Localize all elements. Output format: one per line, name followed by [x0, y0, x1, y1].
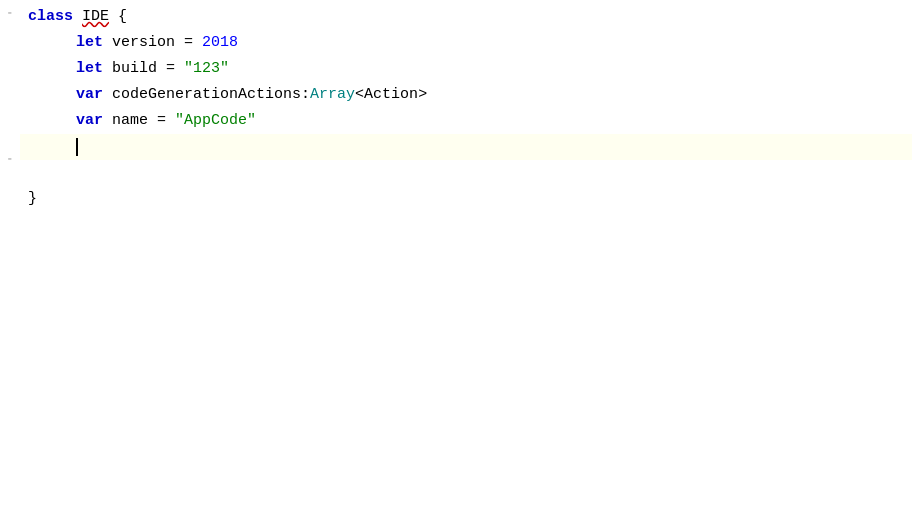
keyword-let-version: let	[76, 30, 103, 56]
name-key: name	[112, 108, 148, 134]
text-cursor	[76, 138, 78, 156]
version-key: version	[112, 30, 175, 56]
open-brace: {	[118, 4, 127, 30]
name-val: "AppCode"	[175, 108, 256, 134]
line-let-build: let build = "123"	[20, 56, 912, 82]
code-gen-type2: Action	[364, 82, 418, 108]
code-gen-key: codeGenerationActions	[112, 82, 301, 108]
line-let-version: let version = 2018	[20, 30, 912, 56]
keyword-var-code: var	[76, 82, 103, 108]
build-key: build	[112, 56, 157, 82]
line-var-code: var codeGenerationActions : Array < Acti…	[20, 82, 912, 108]
line-close-brace: }	[20, 186, 912, 212]
line-empty	[20, 160, 912, 186]
keyword-class: class	[28, 4, 73, 30]
line-var-name: var name = "AppCode"	[20, 108, 912, 134]
build-val: "123"	[184, 56, 229, 82]
line-cursor[interactable]	[20, 134, 912, 160]
version-val: 2018	[202, 30, 238, 56]
keyword-let-build: let	[76, 56, 103, 82]
line-class-def: class IDE {	[20, 4, 912, 30]
code-area: class IDE { let version = 2018 let build…	[20, 0, 912, 524]
code-gen-type: Array	[310, 82, 355, 108]
fold-marker-bottom[interactable]: ⁃	[3, 152, 17, 166]
keyword-var-name: var	[76, 108, 103, 134]
gutter: ⁃ ⁃	[0, 0, 20, 524]
class-name-ide: IDE	[82, 4, 109, 30]
fold-marker-top[interactable]: ⁃	[3, 6, 17, 20]
close-brace: }	[28, 186, 37, 212]
editor-container: ⁃ ⁃ class IDE { let version = 2018 let	[0, 0, 912, 524]
